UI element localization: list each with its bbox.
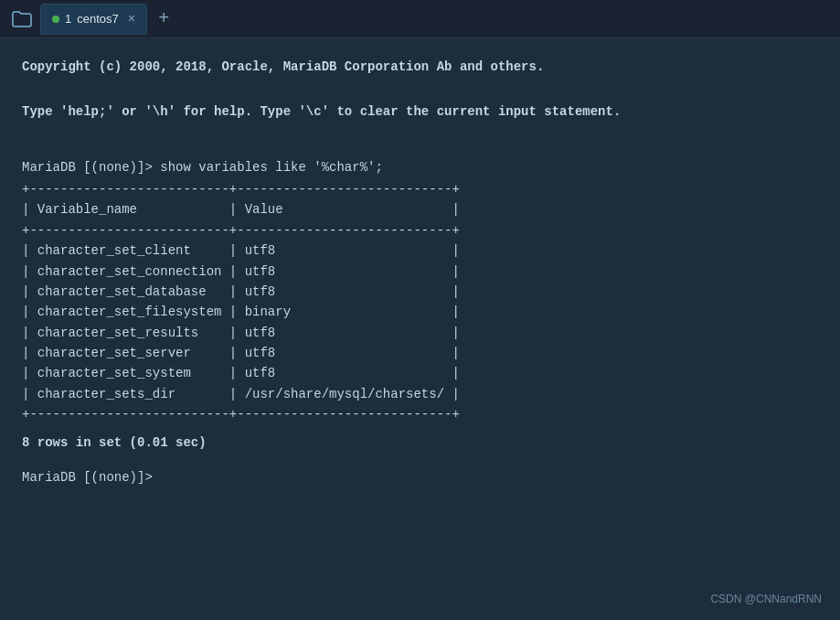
- table-row-6: | character_set_server | utf8 |: [22, 343, 818, 363]
- tab-centos7[interactable]: 1 centos7 ×: [40, 4, 147, 35]
- tab-close-button[interactable]: ×: [128, 12, 135, 27]
- table-separator-bottom: +--------------------------+------------…: [22, 404, 818, 424]
- help-line: Type 'help;' or '\h' for help. Type '\c'…: [22, 102, 818, 122]
- new-tab-button[interactable]: +: [151, 6, 176, 32]
- table-row-3: | character_set_database | utf8 |: [22, 282, 818, 302]
- table-row-7: | character_set_system | utf8 |: [22, 363, 818, 383]
- empty-line-1: [22, 80, 818, 101]
- table-row-1: | character_set_client | utf8 |: [22, 241, 818, 261]
- terminal-area: Copyright (c) 2000, 2018, Oracle, MariaD…: [0, 38, 840, 620]
- empty-line-2: [22, 136, 818, 156]
- tab-status-dot: [52, 16, 59, 23]
- tab-number: 1: [65, 12, 71, 26]
- table-row-4: | character_set_filesystem | binary |: [22, 302, 818, 322]
- command-line: MariaDB [(none)]> show variables like '%…: [22, 157, 818, 177]
- table-separator-mid: +--------------------------+------------…: [22, 220, 818, 241]
- watermark: CSDN @CNNandRNN: [710, 593, 822, 605]
- tab-name: centos7: [77, 12, 119, 26]
- copyright-line: Copyright (c) 2000, 2018, Oracle, MariaD…: [22, 57, 818, 77]
- table-header: | Variable_name | Value |: [22, 199, 818, 219]
- table-row-8: | character_sets_dir | /usr/share/mysql/…: [22, 384, 818, 404]
- folder-icon[interactable]: [7, 5, 37, 34]
- table-row-5: | character_set_results | utf8 |: [22, 323, 818, 343]
- prompt-line: MariaDB [(none)]>: [22, 467, 818, 487]
- table-row-2: | character_set_connection | utf8 |: [22, 262, 818, 282]
- result-line: 8 rows in set (0.01 sec): [22, 433, 818, 453]
- table-separator-top: +--------------------------+------------…: [22, 179, 818, 199]
- tab-bar: 1 centos7 × +: [0, 0, 840, 38]
